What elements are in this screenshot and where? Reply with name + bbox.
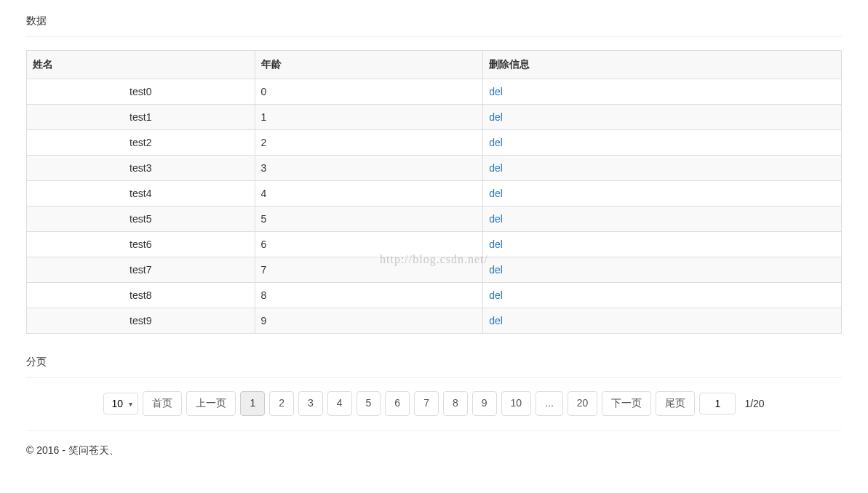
header-age: 年龄 xyxy=(255,51,483,79)
cell-age: 7 xyxy=(255,257,483,283)
page-number-button[interactable]: 5 xyxy=(357,391,381,416)
header-name: 姓名 xyxy=(27,51,255,79)
page-number-button[interactable]: 3 xyxy=(298,391,323,416)
pagination-section: 分页 10首页上一页12345678910...20下一页尾页1/20 xyxy=(26,356,842,416)
first-page-button[interactable]: 首页 xyxy=(143,391,182,416)
delete-link[interactable]: del xyxy=(489,188,503,199)
cell-name: test3 xyxy=(27,156,255,181)
cell-age: 3 xyxy=(255,156,483,181)
cell-delete: del xyxy=(483,283,842,308)
table-row: test33del xyxy=(27,156,842,181)
table-row: test66del xyxy=(27,232,842,257)
table-row: test77del xyxy=(27,257,842,283)
delete-link[interactable]: del xyxy=(489,239,503,250)
table-row: test55del xyxy=(27,207,842,232)
data-section: 数据 姓名 年龄 删除信息 test00deltest11deltest22de… xyxy=(26,15,842,334)
cell-name: test5 xyxy=(27,207,255,232)
page-size-select[interactable]: 10 xyxy=(103,393,138,414)
page-number-button[interactable]: 10 xyxy=(501,391,532,416)
last-page-button[interactable]: 尾页 xyxy=(656,391,695,416)
cell-delete: del xyxy=(483,156,842,181)
footer-divider xyxy=(26,430,842,431)
table-row: test88del xyxy=(27,283,842,308)
table-row: test44del xyxy=(27,181,842,207)
cell-delete: del xyxy=(483,105,842,130)
pagination-container: 10首页上一页12345678910...20下一页尾页1/20 xyxy=(26,391,842,416)
table-header-row: 姓名 年龄 删除信息 xyxy=(27,51,842,79)
cell-delete: del xyxy=(483,181,842,207)
cell-name: test2 xyxy=(27,130,255,156)
cell-age: 5 xyxy=(255,207,483,232)
prev-page-button[interactable]: 上一页 xyxy=(186,391,236,416)
cell-delete: del xyxy=(483,79,842,105)
data-section-title: 数据 xyxy=(26,15,842,28)
cell-age: 8 xyxy=(255,283,483,308)
divider xyxy=(26,36,842,37)
page-number-button[interactable]: 4 xyxy=(327,391,352,416)
cell-age: 2 xyxy=(255,130,483,156)
cell-name: test6 xyxy=(27,232,255,257)
cell-name: test9 xyxy=(27,308,255,334)
table-row: test22del xyxy=(27,130,842,156)
cell-name: test7 xyxy=(27,257,255,283)
cell-delete: del xyxy=(483,308,842,334)
footer-copyright: © 2016 - 笑问苍天、 xyxy=(26,444,842,457)
data-table: 姓名 年龄 删除信息 test00deltest11deltest22delte… xyxy=(26,50,842,334)
delete-link[interactable]: del xyxy=(489,137,503,148)
page-number-button[interactable]: 7 xyxy=(414,391,439,416)
page-size-select-wrap: 10 xyxy=(103,393,138,414)
delete-link[interactable]: del xyxy=(489,289,503,301)
page-number-button[interactable]: 9 xyxy=(472,391,497,416)
next-page-button[interactable]: 下一页 xyxy=(602,391,651,416)
page-number-button[interactable]: 20 xyxy=(568,391,598,416)
delete-link[interactable]: del xyxy=(489,315,503,326)
cell-name: test4 xyxy=(27,181,255,207)
delete-link[interactable]: del xyxy=(489,86,503,97)
cell-age: 4 xyxy=(255,181,483,207)
page-info-text: 1/20 xyxy=(744,398,764,409)
delete-link[interactable]: del xyxy=(489,162,503,174)
divider xyxy=(26,377,842,378)
pagination-section-title: 分页 xyxy=(26,356,842,369)
cell-delete: del xyxy=(483,232,842,257)
delete-link[interactable]: del xyxy=(489,213,503,225)
page-number-button[interactable]: 6 xyxy=(385,391,410,416)
table-row: test00del xyxy=(27,79,842,105)
cell-delete: del xyxy=(483,207,842,232)
table-row: test99del xyxy=(27,308,842,334)
goto-page-input[interactable] xyxy=(699,393,736,414)
page-number-button[interactable]: 1 xyxy=(240,391,265,416)
cell-name: test1 xyxy=(27,105,255,130)
delete-link[interactable]: del xyxy=(489,111,503,123)
cell-delete: del xyxy=(483,130,842,156)
cell-name: test0 xyxy=(27,79,255,105)
cell-age: 1 xyxy=(255,105,483,130)
cell-age: 0 xyxy=(255,79,483,105)
cell-delete: del xyxy=(483,257,842,283)
page-ellipsis: ... xyxy=(535,391,563,416)
cell-name: test8 xyxy=(27,283,255,308)
page-number-button[interactable]: 8 xyxy=(443,391,468,416)
delete-link[interactable]: del xyxy=(489,264,503,276)
page-number-button[interactable]: 2 xyxy=(269,391,294,416)
cell-age: 9 xyxy=(255,308,483,334)
header-delete: 删除信息 xyxy=(483,51,842,79)
table-row: test11del xyxy=(27,105,842,130)
cell-age: 6 xyxy=(255,232,483,257)
